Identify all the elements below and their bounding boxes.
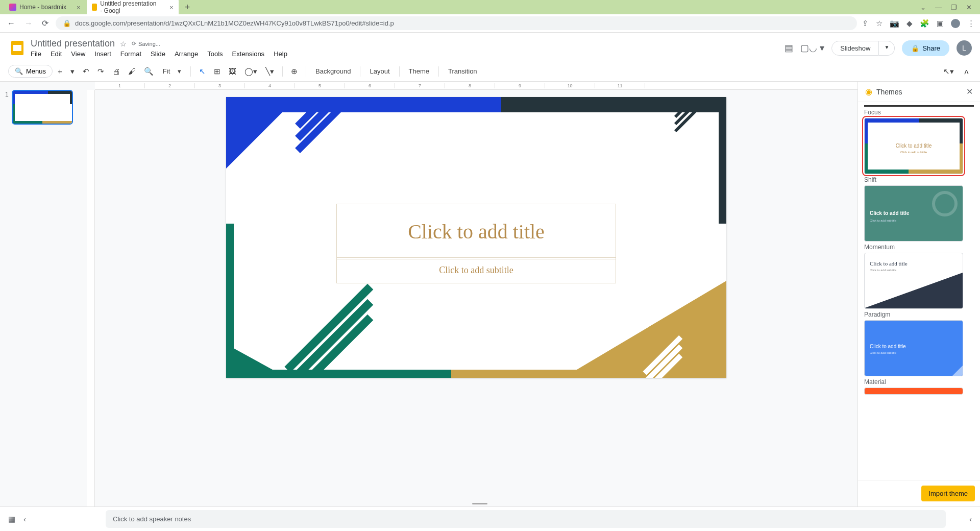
theme-card-paradigm[interactable]: Click to add title Click to add subtitle [864, 253, 963, 309]
chevron-left-icon-2[interactable]: ‹ [969, 515, 972, 523]
close-icon[interactable]: × [169, 4, 174, 11]
menu-help[interactable]: Help [274, 50, 287, 58]
slide-thumbnail-1[interactable] [12, 90, 73, 125]
close-panel-icon[interactable]: ✕ [966, 87, 973, 96]
slideshow-dropdown[interactable]: ▼ [879, 41, 895, 56]
favicon-slides-icon [92, 4, 97, 11]
menu-file[interactable]: File [31, 50, 41, 58]
title-placeholder[interactable]: Click to add title [336, 204, 617, 259]
zoom-out-icon[interactable]: 🔍 [141, 64, 157, 79]
subtitle-placeholder[interactable]: Click to add subtitle [336, 257, 617, 283]
theme-card-shift[interactable]: Click to add title Click to add subtitle [864, 118, 963, 174]
close-icon[interactable]: × [77, 4, 81, 11]
slides-logo-icon [8, 39, 27, 57]
sidepanel-icon[interactable]: ▣ [937, 19, 944, 28]
lock-icon: 🔒 [911, 44, 919, 52]
camera-icon[interactable]: 📷 [890, 19, 899, 28]
meet-icon[interactable]: ▢◡ ▾ [800, 42, 824, 54]
print-icon[interactable]: 🖨 [109, 64, 123, 78]
back-icon[interactable]: ← [5, 17, 17, 30]
theme-card-material[interactable]: Click to add title Click to add subtitle [864, 320, 963, 376]
theme-button[interactable]: Theme [405, 65, 433, 78]
horizontal-ruler: 1234567891011 [95, 82, 857, 90]
account-avatar[interactable]: L [957, 40, 972, 56]
favicon-boardmix-icon [9, 4, 16, 11]
browser-tab-boardmix[interactable]: Home - boardmix × [4, 2, 86, 13]
slide-number: 1 [5, 90, 9, 125]
menu-insert[interactable]: Insert [94, 50, 111, 58]
comment-icon[interactable]: ⊕ [288, 64, 301, 79]
new-tab-button[interactable]: + [180, 2, 195, 13]
speaker-notes-input[interactable]: Click to add speaker notes [106, 510, 946, 528]
forward-icon[interactable]: → [22, 17, 35, 30]
chevron-down-icon[interactable]: ⌄ [920, 4, 926, 11]
slideshow-button[interactable]: Slideshow [831, 41, 879, 56]
menu-edit[interactable]: Edit [51, 50, 62, 58]
themes-icon: ◉ [865, 87, 872, 96]
menu-view[interactable]: View [71, 50, 85, 58]
extension-icon[interactable]: ◆ [906, 19, 913, 28]
line-icon[interactable]: ╲▾ [262, 64, 277, 79]
shape-icon[interactable]: ◯▾ [241, 64, 260, 79]
share-url-icon[interactable]: ⇪ [862, 19, 869, 28]
select-tool-icon[interactable]: ↖ [196, 64, 209, 79]
close-window-icon[interactable]: ✕ [966, 4, 972, 11]
theme-card-momentum[interactable]: Click to add title Click to add subtitle [864, 185, 963, 242]
zoom-select[interactable]: Fit ▾ [159, 65, 185, 78]
address-bar: ← → ⟳ 🔒 docs.google.com/presentation/d/1… [0, 14, 980, 33]
new-slide-dropdown[interactable]: ▾ [67, 64, 78, 79]
collapse-toolbar-icon[interactable]: ʌ [961, 64, 972, 79]
doc-title[interactable]: Untitled presentation [31, 38, 115, 49]
share-button[interactable]: 🔒 Share [902, 40, 949, 56]
background-button[interactable]: Background [311, 65, 355, 78]
tab-title: Home - boardmix [19, 4, 66, 11]
star-icon[interactable]: ☆ [120, 40, 127, 48]
splitter-handle[interactable] [472, 503, 487, 504]
transition-button[interactable]: Transition [444, 65, 481, 78]
menu-format[interactable]: Format [120, 50, 141, 58]
minimize-icon[interactable]: — [935, 4, 942, 11]
import-theme-button[interactable]: Import theme [921, 486, 975, 501]
chevron-left-icon[interactable]: ‹ [23, 515, 26, 523]
speaker-notes-bar: ▦ ‹ Click to add speaker notes ‹ [0, 506, 980, 531]
browser-tab-slides[interactable]: Untitled presentation - Googl × [87, 0, 179, 16]
redo-icon[interactable]: ↷ [94, 64, 107, 79]
kebab-icon[interactable]: ⋮ [967, 19, 975, 28]
menu-slide[interactable]: Slide [151, 50, 165, 58]
menu-extensions[interactable]: Extensions [232, 50, 265, 58]
paint-format-icon[interactable]: 🖌 [125, 64, 139, 78]
theme-label-focus: Focus [864, 109, 974, 116]
new-slide-button[interactable]: + [55, 64, 65, 78]
theme-label-shift: Shift [864, 176, 974, 183]
theme-label-material: Material [864, 378, 974, 385]
undo-icon[interactable]: ↶ [80, 64, 92, 79]
themes-title: Themes [876, 88, 962, 96]
menu-arrange[interactable]: Arrange [175, 50, 198, 58]
profile-icon[interactable] [951, 19, 960, 28]
url-input[interactable]: 🔒 docs.google.com/presentation/d/1wzQXxC… [56, 16, 857, 30]
pointer-dropdown-icon[interactable]: ↖▾ [940, 64, 957, 79]
theme-label-momentum: Momentum [864, 244, 974, 251]
maximize-icon[interactable]: ❐ [951, 4, 957, 11]
app-header: Untitled presentation ☆ ⟳Saving... File … [0, 33, 980, 61]
reload-icon[interactable]: ⟳ [40, 16, 51, 30]
url-text: docs.google.com/presentation/d/1wzQXxCLn… [75, 19, 394, 27]
canvas-area: 1234567891011 [87, 82, 857, 506]
star-icon[interactable]: ☆ [876, 19, 883, 28]
grid-view-icon[interactable]: ▦ [8, 515, 15, 524]
search-menus[interactable]: 🔍Menus [8, 65, 53, 78]
vertical-ruler [87, 90, 95, 506]
themes-list[interactable]: Focus Click to add title Click to add su… [858, 102, 980, 480]
tab-title: Untitled presentation - Googl [100, 0, 159, 14]
theme-card-next[interactable] [864, 388, 963, 395]
slide-canvas[interactable]: Click to add title Click to add subtitle [226, 97, 726, 378]
puzzle-icon[interactable]: 🧩 [920, 19, 929, 28]
comments-icon[interactable]: ▤ [785, 42, 793, 54]
menu-tools[interactable]: Tools [207, 50, 223, 58]
saving-status: ⟳Saving... [132, 40, 160, 47]
search-icon: 🔍 [15, 67, 23, 75]
layout-button[interactable]: Layout [365, 65, 394, 78]
menu-bar: File Edit View Insert Format Slide Arran… [31, 50, 785, 58]
image-icon[interactable]: 🖼 [226, 64, 239, 78]
textbox-icon[interactable]: ⊞ [211, 64, 224, 79]
